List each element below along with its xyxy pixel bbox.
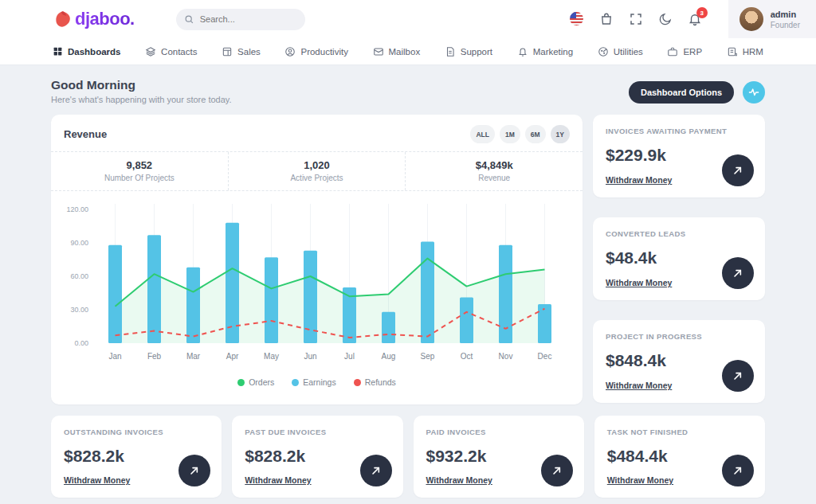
fullscreen-icon[interactable]: [629, 12, 643, 26]
nav-label: Marketing: [533, 47, 574, 57]
bar-Feb: [147, 235, 161, 343]
y-tick-label: 60.00: [70, 272, 88, 280]
nav-item-contacts[interactable]: Contacts: [145, 46, 197, 57]
open-card-arrow-button[interactable]: [360, 455, 392, 486]
card-title: CONVERTED LEADS: [606, 229, 752, 238]
x-tick-label: Mar: [186, 352, 201, 361]
range-1m-button[interactable]: 1M: [500, 125, 520, 143]
revenue-stats-row: 9,852 Number Of Projects 1,020 Active Pr…: [51, 151, 583, 191]
page-title: Good Morning: [51, 78, 232, 92]
nav-label: Support: [461, 47, 492, 57]
x-tick-label: Nov: [499, 352, 513, 361]
project-in-progress-card: PROJECT IN PROGRESS $848.4k Withdraw Mon…: [593, 320, 765, 403]
notification-count-badge: 3: [696, 7, 708, 18]
legend-item-earnings[interactable]: Earnings: [292, 377, 335, 387]
nav-item-dashboards[interactable]: Dashboards: [53, 46, 120, 57]
withdraw-money-link[interactable]: Withdraw Money: [607, 475, 673, 485]
mail-icon: [373, 46, 384, 57]
nav-item-utilities[interactable]: Utilities: [598, 46, 643, 57]
user-role: Founder: [771, 21, 800, 29]
open-card-arrow-button[interactable]: [722, 455, 754, 486]
activity-pulse-button[interactable]: [743, 81, 765, 104]
legend-label: Earnings: [303, 377, 335, 387]
user-menu[interactable]: admin Founder: [728, 0, 816, 38]
invoices-awaiting-payment-card: INVOICES AWAITING PAYMENT $229.9k Withdr…: [593, 115, 765, 197]
withdraw-money-link[interactable]: Withdraw Money: [606, 278, 672, 287]
nav-item-productivity[interactable]: Productivity: [284, 46, 347, 57]
search-input[interactable]: [200, 14, 288, 24]
stat-active-projects: 1,020 Active Projects: [228, 152, 406, 190]
search-bar[interactable]: [176, 9, 305, 30]
open-card-arrow-button[interactable]: [178, 455, 210, 486]
range-all-button[interactable]: ALL: [470, 125, 495, 143]
card-title: PROJECT IN PROGRESS: [606, 332, 752, 341]
nav-label: Productivity: [300, 47, 347, 57]
y-tick-label: 0.00: [74, 339, 88, 347]
open-card-arrow-button[interactable]: [722, 360, 754, 392]
nav-item-mailbox[interactable]: Mailbox: [373, 46, 421, 57]
withdraw-money-link[interactable]: Withdraw Money: [606, 175, 672, 185]
stat-number-of-projects: 9,852 Number Of Projects: [51, 152, 228, 190]
logo-text: djaboo.: [75, 9, 135, 29]
arrow-up-right-icon: [732, 464, 744, 477]
legend-item-refunds[interactable]: Refunds: [354, 377, 396, 387]
top-header: djaboo. 3: [0, 0, 816, 38]
shopping-bag-icon[interactable]: [599, 12, 614, 26]
revenue-chart: 0.0030.0060.0090.00120.00JanFebMarAprMay…: [51, 191, 583, 376]
dashboard-options-button[interactable]: Dashboard Options: [629, 81, 734, 104]
chart-legend: OrdersEarningsRefunds: [51, 376, 583, 387]
paid-invoices-card: PAID INVOICES $932.2k Withdraw Money: [414, 416, 584, 498]
nav-item-marketing[interactable]: Marketing: [517, 46, 574, 57]
nav-item-hrm[interactable]: HRM: [727, 46, 763, 57]
file-icon: [445, 46, 456, 57]
nav-item-sales[interactable]: Sales: [222, 46, 261, 57]
revenue-card: Revenue ALL 1M 6M 1Y 9,852 Number Of Pro…: [51, 115, 583, 404]
stat-revenue: $4,849k Revenue: [405, 152, 583, 190]
x-tick-label: Jul: [344, 352, 355, 361]
stat-label: Number Of Projects: [51, 174, 228, 182]
nav-label: Mailbox: [389, 47, 421, 57]
dark-mode-moon-icon[interactable]: [658, 12, 673, 26]
withdraw-money-link[interactable]: Withdraw Money: [64, 475, 130, 485]
nav-item-erp[interactable]: ERP: [667, 46, 702, 57]
legend-item-orders[interactable]: Orders: [237, 377, 274, 387]
pulse-icon: [748, 87, 759, 98]
bar-May: [265, 257, 278, 343]
page-subtitle: Here's what's happening with your store …: [51, 95, 232, 104]
stat-value: 9,852: [51, 159, 228, 171]
stat-label: Active Projects: [229, 174, 406, 182]
grid-icon: [53, 46, 63, 57]
legend-dot: [292, 379, 299, 386]
open-card-arrow-button[interactable]: [722, 154, 754, 186]
bar-Jan: [108, 245, 122, 343]
x-tick-label: Dec: [538, 352, 552, 361]
card-title: OUTSTANDING INVOICES: [64, 428, 209, 436]
app-logo[interactable]: djaboo.: [53, 9, 135, 29]
range-1y-button[interactable]: 1Y: [551, 125, 570, 143]
x-tick-label: May: [264, 352, 279, 361]
bar-Mar: [186, 268, 200, 343]
range-6m-button[interactable]: 6M: [525, 125, 546, 143]
briefcase-icon: [667, 46, 678, 57]
withdraw-money-link[interactable]: Withdraw Money: [426, 475, 492, 485]
legend-dot: [237, 379, 245, 386]
x-tick-label: Jun: [304, 352, 316, 361]
arrow-up-right-icon: [732, 164, 744, 177]
outstanding-invoices-card: OUTSTANDING INVOICES $828.2k Withdraw Mo…: [51, 416, 222, 498]
nav-label: ERP: [683, 47, 702, 57]
open-card-arrow-button[interactable]: [541, 455, 573, 486]
nav-label: Dashboards: [68, 47, 120, 57]
nav-label: Contacts: [161, 47, 197, 57]
open-card-arrow-button[interactable]: [722, 257, 754, 289]
nav-item-support[interactable]: Support: [445, 46, 492, 57]
withdraw-money-link[interactable]: Withdraw Money: [606, 381, 672, 390]
orders-area: [116, 259, 545, 343]
past-due-invoices-card: PAST DUE INVOICES $828.2k Withdraw Money: [232, 416, 402, 498]
stat-value: 1,020: [229, 159, 406, 171]
arrow-up-right-icon: [732, 267, 744, 279]
language-flag-icon[interactable]: [570, 12, 584, 26]
notifications-bell-icon[interactable]: 3: [688, 12, 702, 26]
legend-label: Orders: [249, 377, 274, 387]
revenue-card-title: Revenue: [64, 128, 107, 140]
withdraw-money-link[interactable]: Withdraw Money: [245, 475, 311, 485]
